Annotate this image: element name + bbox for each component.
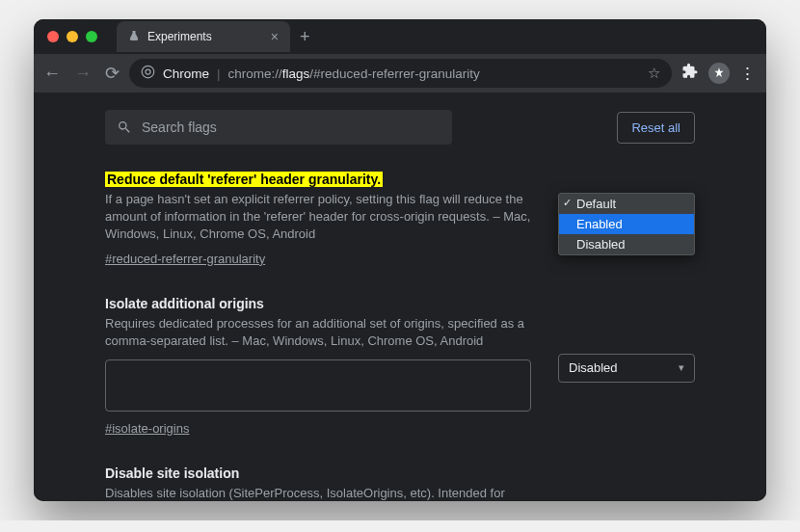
omnibox-site-label: Chrome: [163, 66, 209, 81]
browser-window: Experiments × + ← → ⟳ Chrome | chrome://…: [34, 19, 766, 501]
flag-title: Reduce default 'referer' header granular…: [105, 172, 531, 187]
svg-point-0: [142, 66, 154, 78]
flag-item: Reduce default 'referer' header granular…: [105, 172, 695, 267]
flag-title: Isolate additional origins: [105, 296, 531, 311]
toolbar: ← → ⟳ Chrome | chrome://flags/#reduced-r…: [34, 54, 766, 93]
dropdown-value: Disabled: [569, 360, 618, 375]
dropdown-option[interactable]: Disabled: [559, 234, 694, 254]
close-icon[interactable]: ×: [271, 29, 279, 44]
menu-icon[interactable]: ⋮: [739, 64, 757, 84]
search-row: Search flags Reset all: [34, 98, 766, 156]
reset-all-button[interactable]: Reset all: [617, 112, 695, 144]
address-bar[interactable]: Chrome | chrome://flags/#reduced-referre…: [129, 59, 672, 88]
flag-anchor-link[interactable]: #reduced-referrer-granularity: [105, 252, 265, 266]
reload-button[interactable]: ⟳: [105, 65, 120, 82]
forward-button: →: [74, 65, 92, 82]
flag-anchor-link[interactable]: #isolate-origins: [105, 421, 189, 436]
nav-controls: ← → ⟳: [43, 65, 120, 82]
flag-title: Disable site isolation: [105, 466, 531, 481]
omnibox-separator: |: [217, 66, 221, 81]
toolbar-right: ⋮: [681, 63, 757, 84]
search-icon: [117, 120, 132, 135]
window-maximize-button[interactable]: [86, 31, 97, 42]
window-minimize-button[interactable]: [67, 31, 78, 42]
flag-dropdown[interactable]: Disabled ▾: [558, 354, 695, 383]
tab-bar: Experiments × +: [34, 19, 766, 54]
page-content: Search flags Reset all Reduce default 'r…: [34, 93, 766, 501]
dropdown-option[interactable]: Enabled: [559, 214, 694, 234]
dropdown-option[interactable]: Default: [559, 194, 694, 214]
new-tab-button[interactable]: +: [290, 27, 320, 47]
flag-description: Disables site isolation (SitePerProcess,…: [105, 485, 531, 501]
search-input[interactable]: Search flags: [105, 110, 452, 145]
flag-description: Requires dedicated processes for an addi…: [105, 315, 531, 350]
flag-item: Disable site isolation Disables site iso…: [105, 466, 695, 501]
chrome-icon: [141, 65, 155, 82]
window-controls: [43, 31, 105, 42]
back-button[interactable]: ←: [43, 65, 61, 82]
flag-dropdown-open[interactable]: Default Enabled Disabled: [558, 193, 695, 255]
omnibox-url: chrome://flags/#reduced-referrer-granula…: [228, 66, 480, 81]
flags-list: Reduce default 'referer' header granular…: [34, 156, 766, 501]
flag-item: Isolate additional origins Requires dedi…: [105, 296, 695, 437]
bookmark-icon[interactable]: ☆: [648, 65, 660, 82]
window-close-button[interactable]: [47, 31, 59, 42]
chevron-down-icon: ▾: [679, 361, 684, 374]
flag-description: If a page hasn't set an explicit referre…: [105, 191, 531, 244]
profile-avatar[interactable]: [708, 63, 730, 84]
flag-textarea[interactable]: [105, 359, 531, 412]
extensions-icon[interactable]: [681, 63, 699, 84]
tab-title: Experiments: [147, 30, 212, 43]
svg-point-1: [146, 69, 150, 74]
search-placeholder: Search flags: [142, 120, 217, 135]
browser-tab[interactable]: Experiments ×: [117, 21, 290, 52]
flask-icon: [128, 30, 140, 44]
